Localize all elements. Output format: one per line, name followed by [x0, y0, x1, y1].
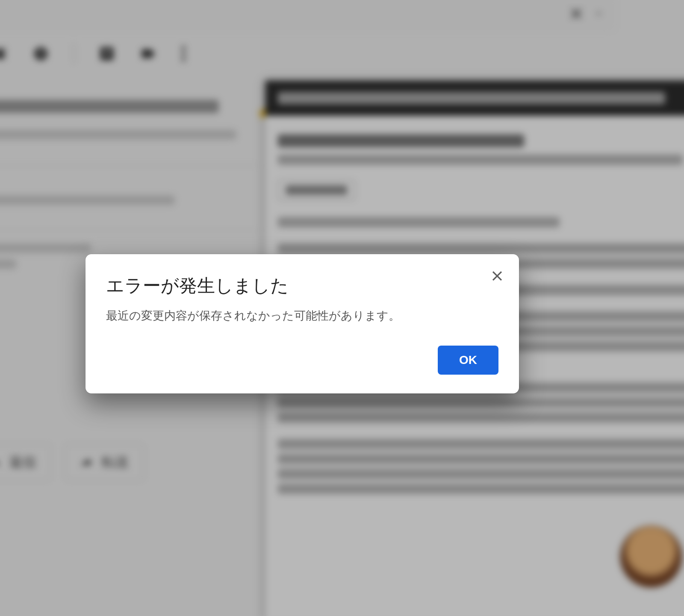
- dialog-title: エラーが発生しました: [106, 274, 498, 298]
- dialog-ok-button[interactable]: OK: [438, 346, 498, 375]
- dialog-close-button[interactable]: [486, 264, 509, 287]
- dialog-body: 最近の変更内容が保存されなかった可能性があります。: [106, 308, 498, 323]
- error-dialog: エラーが発生しました 最近の変更内容が保存されなかった可能性があります。 OK: [86, 254, 519, 393]
- close-icon: [490, 269, 504, 283]
